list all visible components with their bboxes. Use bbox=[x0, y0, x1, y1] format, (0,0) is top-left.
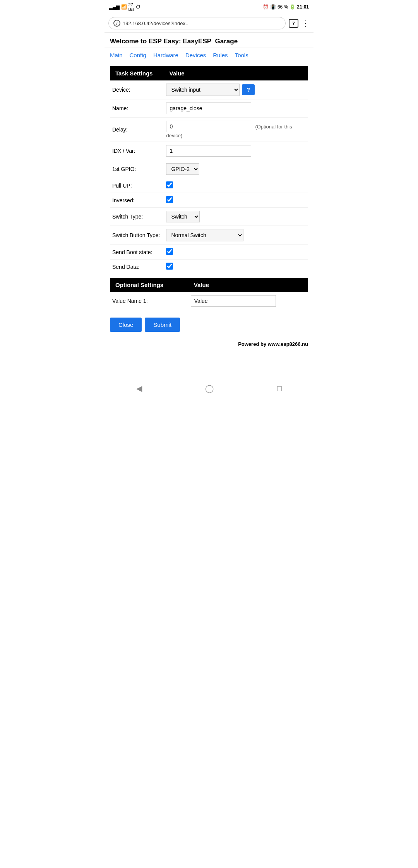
home-button[interactable]: ◯ bbox=[205, 384, 214, 393]
col-optional-value: Value bbox=[188, 278, 308, 292]
send-boot-checkbox[interactable] bbox=[166, 248, 173, 255]
table-row: Device: Switch input DHT11 DHT22 BMP280 … bbox=[110, 80, 308, 99]
pullup-label: Pull UP: bbox=[110, 178, 164, 193]
nav-rules[interactable]: Rules bbox=[213, 52, 228, 58]
col-optional-settings: Optional Settings bbox=[110, 278, 188, 292]
status-bar: ▂▄▆ 📶 27B/s ⏱ ⏰ 📳 66 % 🔋 21:01 bbox=[104, 0, 314, 14]
optional-settings-table: Optional Settings Value Value Name 1: bbox=[110, 278, 308, 310]
switch-type-cell: Switch Dimmer bbox=[164, 208, 308, 226]
col-task-settings: Task Settings bbox=[110, 66, 164, 80]
delay-label: Delay: bbox=[110, 118, 164, 142]
idx-label: IDX / Var: bbox=[110, 142, 164, 160]
table-row: Send Data: bbox=[110, 260, 308, 274]
idx-input[interactable] bbox=[166, 145, 251, 157]
pullup-cell bbox=[164, 178, 308, 193]
table-row: Delay: (Optional for this device) bbox=[110, 118, 308, 142]
time-display: 21:01 bbox=[297, 4, 309, 10]
info-icon: i bbox=[113, 20, 120, 27]
value-name-label: Value Name 1: bbox=[110, 292, 188, 310]
name-input[interactable] bbox=[166, 103, 251, 114]
switch-btn-cell: Normal Switch Push Button Active Low Pus… bbox=[164, 226, 308, 245]
gpio-cell: GPIO-0 GPIO-1 GPIO-2 GPIO-3 GPIO-4 bbox=[164, 160, 308, 178]
gpio-label: 1st GPIO: bbox=[110, 160, 164, 178]
gpio-select[interactable]: GPIO-0 GPIO-1 GPIO-2 GPIO-3 GPIO-4 bbox=[166, 163, 199, 175]
idx-cell bbox=[164, 142, 308, 160]
switch-type-select[interactable]: Switch Dimmer bbox=[166, 211, 200, 222]
send-data-label: Send Data: bbox=[110, 260, 164, 274]
tab-count[interactable]: 7 bbox=[289, 19, 298, 28]
pullup-checkbox[interactable] bbox=[166, 181, 173, 188]
switch-btn-label: Switch Button Type: bbox=[110, 226, 164, 245]
page-title: Welcome to ESP Easy: EasyESP_Garage bbox=[104, 33, 314, 48]
close-button[interactable]: Close bbox=[110, 318, 142, 332]
send-data-checkbox[interactable] bbox=[166, 263, 173, 270]
inversed-cell bbox=[164, 193, 308, 208]
speed-indicator: 27B/s bbox=[128, 2, 135, 12]
alarm-icon: ⏰ bbox=[263, 4, 269, 10]
back-button[interactable]: ◀ bbox=[136, 384, 142, 393]
table-row: Send Boot state: bbox=[110, 245, 308, 260]
signal-icon: ▂▄▆ bbox=[109, 4, 120, 10]
table-row: Switch Button Type: Normal Switch Push B… bbox=[110, 226, 308, 245]
status-left: ▂▄▆ 📶 27B/s ⏱ bbox=[109, 2, 140, 12]
nav-devices[interactable]: Devices bbox=[185, 52, 206, 58]
wifi-icon: 📶 bbox=[121, 4, 127, 10]
address-text: 192.168.0.42/devices?index= bbox=[123, 21, 188, 26]
table-row: Value Name 1: bbox=[110, 292, 308, 310]
table-row: 1st GPIO: GPIO-0 GPIO-1 GPIO-2 GPIO-3 GP… bbox=[110, 160, 308, 178]
send-boot-cell bbox=[164, 245, 308, 260]
delay-input[interactable] bbox=[166, 121, 251, 132]
table-row: IDX / Var: bbox=[110, 142, 308, 160]
footer: Powered by www.esp8266.nu bbox=[104, 336, 314, 355]
optional-settings-section: Optional Settings Value Value Name 1: bbox=[104, 278, 314, 310]
send-data-cell bbox=[164, 260, 308, 274]
switch-type-label: Switch Type: bbox=[110, 208, 164, 226]
name-cell bbox=[164, 99, 308, 118]
table-row: Switch Type: Switch Dimmer bbox=[110, 208, 308, 226]
nav-config[interactable]: Config bbox=[130, 52, 146, 58]
bottom-nav-bar: ◀ ◯ □ bbox=[104, 378, 314, 398]
submit-button[interactable]: Submit bbox=[145, 318, 180, 332]
send-boot-label: Send Boot state: bbox=[110, 245, 164, 260]
task-settings-table: Task Settings Value Device: Switch input… bbox=[110, 66, 308, 274]
table-row: Pull UP: bbox=[110, 178, 308, 193]
nav-main[interactable]: Main bbox=[110, 52, 123, 58]
status-right: ⏰ 📳 66 % 🔋 21:01 bbox=[263, 4, 309, 10]
device-help-button[interactable]: ? bbox=[242, 84, 255, 95]
device-select[interactable]: Switch input DHT11 DHT22 BMP280 bbox=[166, 84, 240, 96]
recent-button[interactable]: □ bbox=[277, 384, 282, 393]
optional-header-row: Optional Settings Value bbox=[110, 278, 308, 292]
nav-hardware[interactable]: Hardware bbox=[153, 52, 178, 58]
task-settings-section: Task Settings Value Device: Switch input… bbox=[104, 66, 314, 274]
vibrate-icon: 📳 bbox=[270, 4, 276, 10]
device-select-wrap: Switch input DHT11 DHT22 BMP280 ? bbox=[166, 84, 306, 96]
table-row: Inversed: bbox=[110, 193, 308, 208]
device-cell: Switch input DHT11 DHT22 BMP280 ? bbox=[164, 80, 308, 99]
delay-cell: (Optional for this device) bbox=[164, 118, 308, 142]
col-value: Value bbox=[164, 66, 308, 80]
value-name-input[interactable] bbox=[191, 295, 276, 307]
table-header-row: Task Settings Value bbox=[110, 66, 308, 80]
battery-icon: 🔋 bbox=[290, 4, 295, 10]
nav-tools[interactable]: Tools bbox=[235, 52, 248, 58]
footer-text: Powered by www.esp8266.nu bbox=[238, 341, 308, 347]
switch-btn-type-select[interactable]: Normal Switch Push Button Active Low Pus… bbox=[166, 229, 243, 241]
menu-dots-icon[interactable]: ⋮ bbox=[302, 19, 310, 28]
action-buttons: Close Submit bbox=[104, 314, 314, 336]
battery-percent: 66 % bbox=[278, 4, 288, 10]
name-label: Name: bbox=[110, 99, 164, 118]
table-row: Name: bbox=[110, 99, 308, 118]
address-bar[interactable]: i 192.168.0.42/devices?index= bbox=[108, 17, 286, 29]
value-name-cell bbox=[188, 292, 308, 310]
inversed-label: Inversed: bbox=[110, 193, 164, 208]
device-label: Device: bbox=[110, 80, 164, 99]
inversed-checkbox[interactable] bbox=[166, 196, 173, 203]
browser-bar: i 192.168.0.42/devices?index= 7 ⋮ bbox=[104, 14, 314, 33]
data-icon: ⏱ bbox=[136, 4, 140, 10]
main-nav: Main Config Hardware Devices Rules Tools bbox=[104, 48, 314, 62]
